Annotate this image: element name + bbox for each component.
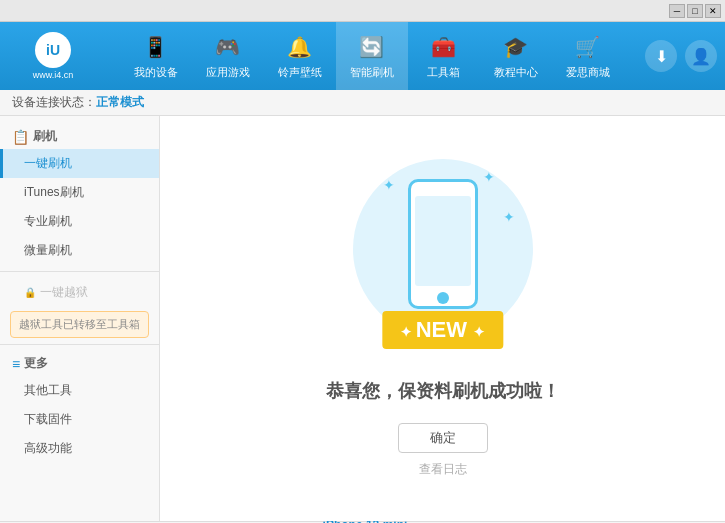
nav-ringtone[interactable]: 🔔 铃声壁纸 [264,22,336,90]
phone-illustration: ✦ ✦ ✦ NEW [353,159,533,359]
sidebar: 📋 刷机 一键刷机 iTunes刷机 专业刷机 微量刷机 🔒 一键越狱 越狱工具… [0,116,160,521]
toolbox-icon: 🧰 [430,33,458,61]
content-area: ✦ ✦ ✦ NEW 恭喜您，保资料刷机成功啦！ 确定 查看日志 [160,116,725,521]
nav-toolbox[interactable]: 🧰 工具箱 [408,22,480,90]
shop-icon: 🛒 [574,33,602,61]
minimize-button[interactable]: ─ [669,4,685,18]
account-button[interactable]: 👤 [685,40,717,72]
flash-section-icon: 📋 [12,129,29,145]
sidebar-notice: 越狱工具已转移至工具箱 [10,311,149,338]
tutorial-icon: 🎓 [502,33,530,61]
sparkle-2: ✦ [483,169,495,185]
nav-tutorial[interactable]: 🎓 教程中心 [480,22,552,90]
ringtone-icon: 🔔 [286,33,314,61]
nav-apps-games[interactable]: 🎮 应用游戏 [192,22,264,90]
sidebar-item-other-tools[interactable]: 其他工具 [0,376,159,405]
new-badge: NEW [382,311,503,349]
sparkle-3: ✦ [503,209,515,225]
sidebar-section-flash: 📋 刷机 [0,124,159,149]
sidebar-divider-2 [0,344,159,345]
confirm-button[interactable]: 确定 [398,423,488,453]
close-button[interactable]: ✕ [705,4,721,18]
sidebar-item-wechat-flash[interactable]: 微量刷机 [0,236,159,265]
nav-items: 📱 我的设备 🎮 应用游戏 🔔 铃声壁纸 🔄 智能刷机 🧰 工具箱 🎓 教程中心… [98,22,645,90]
top-nav: iU www.i4.cn 📱 我的设备 🎮 应用游戏 🔔 铃声壁纸 🔄 智能刷机… [0,22,725,90]
logo-icon: iU [35,32,71,68]
phone-home-button [437,292,449,304]
sidebar-item-jailbreak-disabled: 🔒 一键越狱 [0,278,159,307]
status-value: 正常模式 [96,94,144,111]
retry-link[interactable]: 查看日志 [419,461,467,478]
sidebar-divider-1 [0,271,159,272]
logo-area: iU www.i4.cn [8,32,98,80]
title-bar: ─ □ ✕ [0,0,725,22]
success-text: 恭喜您，保资料刷机成功啦！ [326,379,560,403]
sidebar-item-itunes-flash[interactable]: iTunes刷机 [0,178,159,207]
sidebar-item-download-firmware[interactable]: 下载固件 [0,405,159,434]
sidebar-item-one-click-flash[interactable]: 一键刷机 [0,149,159,178]
smart-flash-icon: 🔄 [358,33,386,61]
phone-body [408,179,478,309]
sparkle-1: ✦ [383,177,395,193]
more-section-icon: ≡ [12,356,20,372]
nav-shop[interactable]: 🛒 爱思商城 [552,22,624,90]
status-bar: 设备连接状态： 正常模式 [0,90,725,116]
my-device-icon: 📱 [142,33,170,61]
logo-subtitle: www.i4.cn [33,70,74,80]
apps-games-icon: 🎮 [214,33,242,61]
download-button[interactable]: ⬇ [645,40,677,72]
sidebar-item-pro-flash[interactable]: 专业刷机 [0,207,159,236]
main-area: 📋 刷机 一键刷机 iTunes刷机 专业刷机 微量刷机 🔒 一键越狱 越狱工具… [0,116,725,521]
nav-smart-flash[interactable]: 🔄 智能刷机 [336,22,408,90]
maximize-button[interactable]: □ [687,4,703,18]
sidebar-item-advanced[interactable]: 高级功能 [0,434,159,463]
status-label: 设备连接状态： [12,94,96,111]
nav-right: ⬇ 👤 [645,40,717,72]
lock-icon: 🔒 [24,287,36,298]
phone-screen [415,196,471,286]
sidebar-section-more: ≡ 更多 [0,351,159,376]
nav-my-device[interactable]: 📱 我的设备 [120,22,192,90]
